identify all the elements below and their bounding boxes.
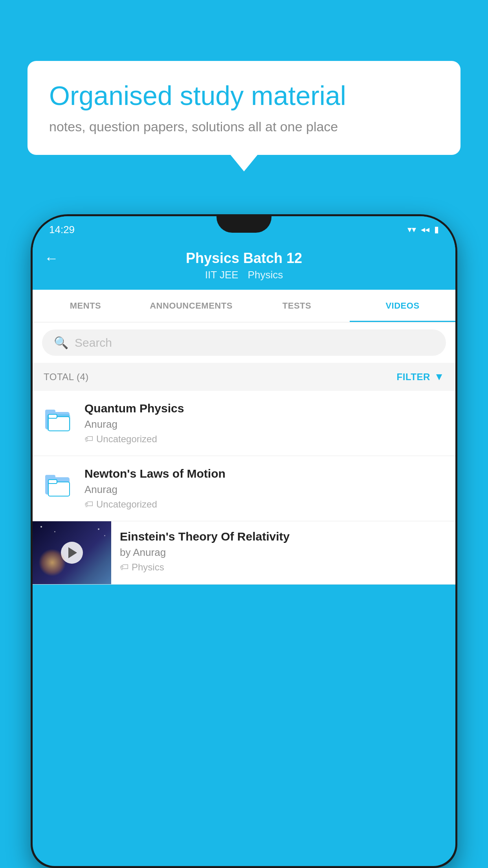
total-count: TOTAL (4) (44, 371, 89, 383)
item-title: Quantum Physics (84, 402, 444, 415)
item-title: Newton's Laws of Motion (84, 467, 444, 480)
tag-icon: 🏷 (84, 499, 93, 509)
svg-rect-4 (48, 414, 57, 418)
svg-rect-1 (45, 410, 55, 414)
svg-rect-6 (45, 475, 55, 480)
list-item[interactable]: Newton's Laws of Motion Anurag 🏷 Uncateg… (33, 456, 455, 521)
tag-icon: 🏷 (120, 562, 128, 572)
status-time: 14:29 (49, 224, 75, 236)
search-bar[interactable]: 🔍 Search (42, 329, 446, 356)
phone-frame: 14:29 ▾▾ ◂◂ ▮ ← Physics Batch 12 IIT JEE… (31, 214, 457, 868)
tab-videos[interactable]: VIDEOS (350, 290, 455, 322)
notch (216, 216, 272, 233)
folder-icon (44, 403, 75, 435)
search-icon: 🔍 (54, 336, 68, 349)
tag-iitjee: IIT JEE (205, 269, 238, 281)
app-bar-subtitle: IIT JEE Physics (205, 269, 283, 281)
video-tag: Physics (132, 562, 164, 573)
list-item-video[interactable]: Einstein's Theory Of Relativity by Anura… (33, 521, 455, 585)
search-bar-wrap: 🔍 Search (33, 322, 455, 363)
item-tag-row: 🏷 Uncategorized (84, 434, 444, 445)
filter-label: FILTER (397, 371, 430, 383)
tab-ments[interactable]: MENTS (33, 290, 138, 322)
item-content: Quantum Physics Anurag 🏷 Uncategorized (84, 402, 444, 445)
battery-icon: ▮ (434, 224, 439, 235)
svg-rect-8 (48, 480, 57, 484)
phone-inner: 14:29 ▾▾ ◂◂ ▮ ← Physics Batch 12 IIT JEE… (33, 216, 455, 866)
video-title: Einstein's Theory Of Relativity (120, 530, 447, 543)
video-thumbnail (33, 521, 111, 584)
app-bar: ← Physics Batch 12 IIT JEE Physics (33, 243, 455, 290)
signal-icon: ◂◂ (421, 224, 429, 235)
bubble-subtitle: notes, question papers, solutions all at… (49, 119, 439, 134)
item-tag-row: 🏷 Uncategorized (84, 499, 444, 510)
filter-icon: ▼ (434, 371, 444, 383)
status-bar: 14:29 ▾▾ ◂◂ ▮ (33, 216, 455, 243)
folder-icon (44, 469, 75, 500)
tabs: MENTS ANNOUNCEMENTS TESTS VIDEOS (33, 290, 455, 322)
thumb-glow (39, 549, 66, 576)
status-icons: ▾▾ ◂◂ ▮ (407, 224, 439, 235)
back-button[interactable]: ← (44, 250, 59, 267)
wifi-icon: ▾▾ (407, 224, 416, 235)
list-item[interactable]: Quantum Physics Anurag 🏷 Uncategorized (33, 391, 455, 456)
speech-bubble: Organised study material notes, question… (28, 61, 460, 155)
thumb-tag-row: 🏷 Physics (120, 562, 447, 573)
item-author: Anurag (84, 418, 444, 430)
tab-tests[interactable]: TESTS (244, 290, 350, 322)
tag-icon: 🏷 (84, 434, 93, 444)
app-bar-title: Physics Batch 12 (186, 250, 302, 267)
video-author: by Anurag (120, 546, 447, 559)
item-content: Newton's Laws of Motion Anurag 🏷 Uncateg… (84, 467, 444, 510)
tag-physics: Physics (248, 269, 283, 281)
svg-rect-7 (48, 482, 70, 496)
bubble-title: Organised study material (49, 80, 439, 112)
play-icon (68, 547, 77, 558)
app-bar-row: ← Physics Batch 12 (44, 250, 444, 267)
svg-rect-3 (48, 417, 70, 431)
filter-button[interactable]: FILTER ▼ (397, 371, 444, 383)
item-author: Anurag (84, 484, 444, 496)
search-placeholder: Search (75, 336, 112, 349)
thumb-content: Einstein's Theory Of Relativity by Anura… (111, 521, 455, 581)
item-tag: Uncategorized (96, 434, 157, 445)
filter-row: TOTAL (4) FILTER ▼ (33, 363, 455, 391)
tab-announcements[interactable]: ANNOUNCEMENTS (138, 290, 244, 322)
item-tag: Uncategorized (96, 499, 157, 510)
